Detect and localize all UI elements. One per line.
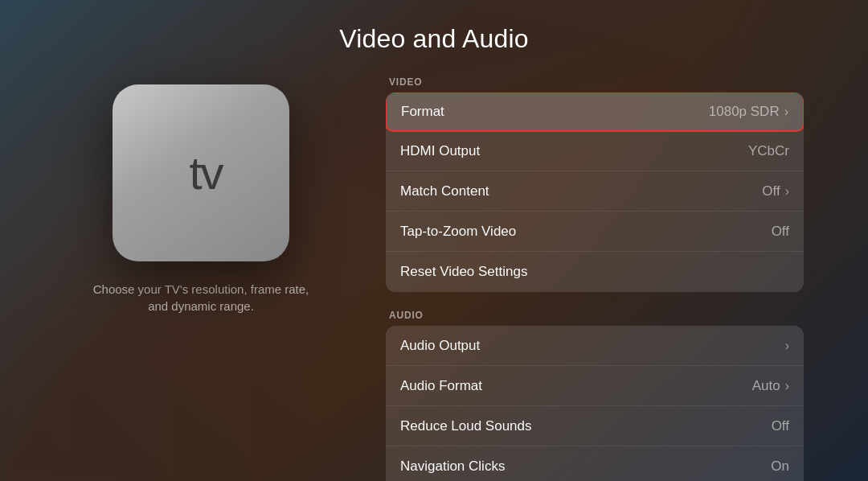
right-panel: VIDEO Format 1080p SDR › HDMI Output YCb… [386,76,804,481]
reduce-loud-sounds-label: Reduce Loud Sounds [400,418,532,434]
content-area: tv Choose your TV's resolution, frame ra… [0,76,868,481]
format-row[interactable]: Format 1080p SDR › [386,92,804,132]
audio-output-row[interactable]: Audio Output › [386,326,804,366]
audio-format-label: Audio Format [400,378,482,394]
video-section-label: VIDEO [389,76,804,88]
reduce-loud-sounds-value: Off [772,418,789,434]
tv-text: tv [189,150,222,196]
video-settings-group: Format 1080p SDR › HDMI Output YCbCr Mat… [386,92,804,292]
match-content-row[interactable]: Match Content Off › [386,171,804,212]
audio-format-right: Auto › [752,378,789,394]
hdmi-output-right: YCbCr [748,143,789,159]
audio-format-row[interactable]: Audio Format Auto › [386,366,804,406]
navigation-clicks-label: Navigation Clicks [400,458,505,475]
reset-video-row[interactable]: Reset Video Settings [386,252,804,292]
format-chevron-icon: › [784,105,788,119]
audio-settings-group: Audio Output › Audio Format Auto › Reduc… [386,326,804,481]
navigation-clicks-value: On [771,458,789,475]
audio-output-chevron-icon: › [785,339,789,353]
match-content-value: Off [762,183,780,199]
format-right: 1080p SDR › [709,104,788,120]
format-label: Format [401,104,444,120]
device-caption: Choose your TV's resolution, frame rate,… [88,281,313,314]
audio-output-label: Audio Output [400,338,480,354]
format-value: 1080p SDR [709,104,780,120]
hdmi-output-value: YCbCr [748,143,789,159]
tap-to-zoom-row[interactable]: Tap-to-Zoom Video Off [386,212,804,252]
navigation-clicks-right: On [771,458,789,475]
audio-format-value: Auto [752,378,780,394]
reduce-loud-sounds-right: Off [772,418,789,434]
tap-to-zoom-right: Off [772,224,789,240]
hdmi-output-row[interactable]: HDMI Output YCbCr [386,131,804,171]
page-container: Video and Audio tv Choose your TV's reso… [0,0,868,481]
navigation-clicks-row[interactable]: Navigation Clicks On [386,446,804,481]
page-title: Video and Audio [339,24,529,54]
match-content-chevron-icon: › [785,184,789,199]
reduce-loud-sounds-row[interactable]: Reduce Loud Sounds Off [386,406,804,446]
audio-section-label: AUDIO [389,310,804,321]
audio-format-chevron-icon: › [785,379,789,393]
audio-output-right: › [785,339,789,353]
match-content-label: Match Content [400,183,489,199]
reset-video-label: Reset Video Settings [400,264,527,280]
hdmi-output-label: HDMI Output [400,143,480,159]
tap-to-zoom-value: Off [772,224,789,240]
left-panel: tv Choose your TV's resolution, frame ra… [64,76,338,314]
tap-to-zoom-label: Tap-to-Zoom Video [400,224,516,240]
match-content-right: Off › [762,183,789,199]
apple-tv-inner: tv [179,150,222,196]
apple-tv-device: tv [113,84,289,261]
